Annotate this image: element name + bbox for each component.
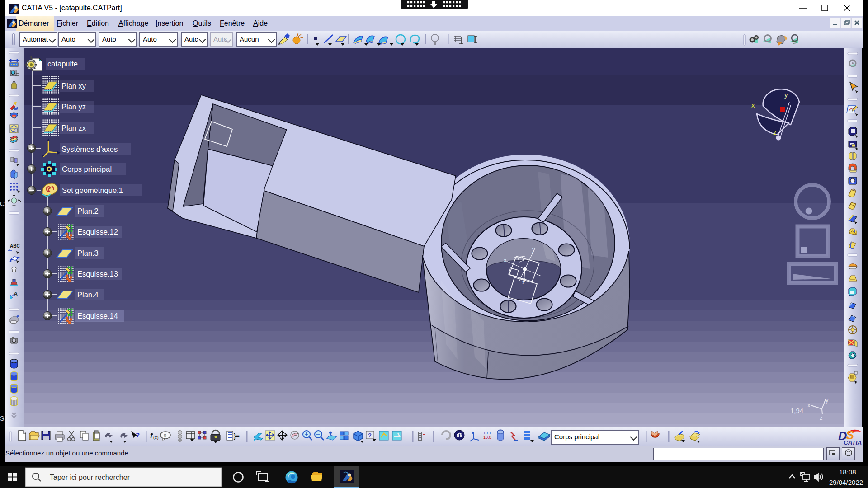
svg-text:Plan.4: Plan.4 [77, 291, 99, 299]
svg-text:Corps principal: Corps principal [62, 165, 112, 173]
svg-text:Plan zx: Plan zx [61, 124, 86, 132]
svg-text:?: ? [368, 432, 372, 439]
svg-text:10.0: 10.0 [483, 435, 491, 440]
svg-text:Esquisse.13: Esquisse.13 [77, 270, 118, 278]
svg-text:}=: }= [234, 432, 240, 440]
svg-text:ϕ: ϕ [164, 432, 166, 438]
svg-text:Plan.2: Plan.2 [77, 207, 99, 215]
svg-text:CATIA: CATIA [844, 439, 862, 446]
svg-text:Plan xy: Plan xy [61, 82, 86, 90]
svg-text:(x): (x) [153, 435, 159, 440]
svg-text:Taper ici pour rechercher: Taper ici pour rechercher [50, 474, 130, 481]
svg-text:A: A [14, 291, 18, 297]
svg-text:10.1: 10.1 [483, 431, 491, 435]
svg-text:y: y [826, 397, 829, 404]
svg-text:18:08: 18:08 [839, 468, 856, 476]
svg-text:?: ? [136, 431, 140, 439]
svg-text:z: z [522, 279, 525, 286]
svg-text:ABC: ABC [10, 244, 20, 249]
svg-text:Plan.3: Plan.3 [77, 249, 99, 257]
svg-text:1,94: 1,94 [790, 407, 803, 414]
svg-text:x: x [751, 101, 755, 109]
svg-text:f: f [150, 432, 153, 440]
svg-text:y: y [532, 246, 535, 253]
svg-text:x: x [504, 257, 507, 263]
svg-text:z: z [773, 128, 777, 136]
svg-text:Esquisse.12: Esquisse.12 [77, 228, 118, 236]
svg-text:29/04/2022: 29/04/2022 [829, 479, 863, 486]
svg-text:Systèmes d'axes: Systèmes d'axes [61, 145, 118, 153]
svg-text:x: x [807, 402, 811, 408]
svg-text:y: y [784, 91, 788, 99]
svg-text:Plan yz: Plan yz [61, 103, 86, 111]
svg-text:Set géométrique.1: Set géométrique.1 [62, 186, 123, 194]
svg-text:catapulte: catapulte [47, 60, 78, 68]
svg-text:z: z [820, 414, 823, 421]
svg-text:Esquisse.14: Esquisse.14 [77, 312, 118, 320]
